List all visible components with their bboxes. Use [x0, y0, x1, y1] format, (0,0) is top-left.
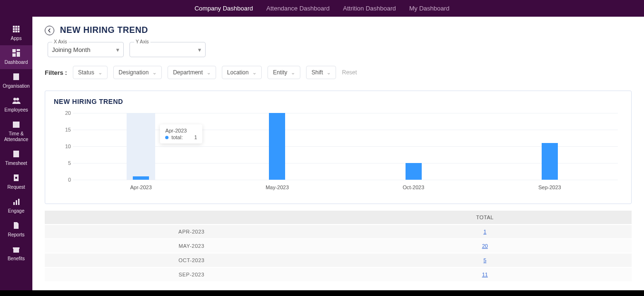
filter-designation[interactable]: Designation⌄: [113, 66, 162, 79]
svg-rect-11: [17, 52, 20, 57]
table-header-cell: TOTAL: [338, 211, 632, 224]
sidebar-item-request[interactable]: Request: [0, 170, 32, 194]
table-cell-category: SEP-2023: [45, 268, 338, 281]
filter-shift[interactable]: Shift⌄: [306, 66, 336, 79]
sidebar-item-apps[interactable]: Apps: [0, 21, 32, 45]
y-tick: 15: [59, 127, 71, 133]
svg-rect-5: [18, 28, 20, 30]
svg-point-15: [16, 98, 19, 101]
bar[interactable]: [406, 163, 422, 180]
sidebar-item-label: Timesheet: [5, 161, 27, 166]
filter-label: Designation: [119, 69, 149, 76]
legend-dot-icon: [165, 136, 168, 139]
sidebar-item-organisation[interactable]: Organisation: [0, 69, 32, 93]
filter-label: Department: [173, 69, 203, 76]
chevron-left-icon: [47, 28, 52, 33]
sidebar-item-employees[interactable]: Employees: [0, 93, 32, 117]
sidebar-item-label: Dashboard: [5, 60, 28, 65]
gridline: [73, 180, 618, 180]
org-icon: [11, 72, 21, 82]
sidebar-item-label: Apps: [11, 36, 22, 41]
top-tab-my-dashboard[interactable]: My Dashboard: [409, 5, 450, 12]
x-tick: Oct-2023: [403, 184, 424, 190]
bar-highlight: [127, 113, 155, 180]
table-cell-value: 5: [338, 254, 632, 267]
page-header: NEW HIRING TREND: [45, 25, 632, 35]
sidebar-item-label: Request: [7, 184, 25, 190]
table-row: SEP-202311: [45, 268, 632, 281]
chevron-down-icon: ⌄: [207, 70, 211, 76]
top-tabs: Company DashboardAttendance DashboardAtt…: [195, 5, 450, 12]
y-axis-label: Y Axis: [134, 39, 150, 44]
svg-rect-0: [13, 26, 15, 28]
top-tab-attendance-dashboard[interactable]: Attendance Dashboard: [267, 5, 330, 12]
y-tick: 0: [59, 177, 71, 183]
sidebar-item-label: Engage: [8, 208, 24, 214]
filter-entity[interactable]: Entity⌄: [268, 66, 300, 79]
table-header-row: TOTAL: [45, 211, 632, 224]
filters-row: Filters : Status⌄Designation⌄Department⌄…: [45, 66, 632, 79]
back-button[interactable]: [45, 26, 54, 35]
top-tab-company-dashboard[interactable]: Company Dashboard: [195, 5, 253, 12]
sidebar-item-timesheet[interactable]: Timesheet: [0, 146, 32, 170]
chevron-down-icon: ⌄: [291, 70, 295, 76]
sidebar-item-reports[interactable]: Reports: [0, 218, 32, 242]
y-tick: 20: [59, 110, 71, 116]
filter-label: Location: [227, 69, 248, 76]
svg-rect-22: [16, 200, 17, 205]
svg-rect-17: [13, 122, 20, 123]
table-row: MAY-202320: [45, 239, 632, 253]
reset-filters[interactable]: Reset: [342, 69, 357, 76]
table-cell-category: APR-2023: [45, 225, 338, 238]
y-tick: 5: [59, 160, 71, 166]
x-tick: Apr-2023: [130, 184, 151, 190]
svg-rect-3: [13, 28, 15, 30]
bar[interactable]: [133, 176, 149, 180]
calendar-icon: [11, 120, 21, 129]
table-cell-category: OCT-2023: [45, 254, 338, 267]
x-tick: Sep-2023: [538, 184, 561, 190]
chevron-down-icon: ⌄: [98, 70, 102, 76]
page-title: NEW HIRING TREND: [60, 25, 148, 35]
filter-label: Status: [78, 69, 94, 76]
bar[interactable]: [269, 113, 285, 180]
chart-tooltip: Apr-2023total:1: [160, 124, 202, 143]
table-value-link[interactable]: 5: [484, 257, 486, 263]
sidebar-item-engage[interactable]: Engage: [0, 194, 32, 218]
gift-icon: [11, 245, 21, 254]
table-cell-value: 1: [338, 225, 632, 238]
table-body: APR-20231MAY-202320OCT-20235SEP-202311: [45, 225, 632, 281]
sidebar-item-label: Employees: [4, 107, 28, 113]
table-value-link[interactable]: 20: [482, 243, 488, 249]
top-tab-attrition-dashboard[interactable]: Attrition Dashboard: [343, 5, 396, 12]
plot-area: 05101520Apr-2023May-2023Oct-2023Sep-2023…: [73, 113, 618, 180]
svg-rect-18: [13, 151, 19, 157]
sidebar-item-dashboard[interactable]: Dashboard: [0, 45, 32, 69]
y-axis-field: Y Axis ▾: [129, 42, 206, 57]
dashboard-icon: [11, 48, 21, 58]
sidebar-item-time-attendance[interactable]: Time & Attendance: [0, 117, 32, 146]
x-tick: May-2023: [266, 184, 289, 190]
chevron-down-icon: ⌄: [152, 70, 157, 76]
table-value-link[interactable]: 1: [484, 229, 486, 235]
chevron-down-icon: ▾: [198, 46, 201, 53]
svg-rect-23: [18, 199, 20, 205]
svg-rect-20: [15, 177, 17, 179]
svg-rect-10: [17, 49, 20, 51]
svg-rect-24: [13, 248, 19, 253]
svg-rect-13: [13, 73, 19, 80]
data-table: TOTAL APR-20231MAY-202320OCT-20235SEP-20…: [45, 210, 632, 282]
page-icon: [11, 221, 21, 230]
svg-rect-12: [12, 53, 16, 57]
table-value-link[interactable]: 11: [482, 272, 488, 277]
filter-department[interactable]: Department⌄: [168, 66, 216, 79]
filter-label: Shift: [311, 69, 323, 76]
chevron-down-icon: ⌄: [252, 70, 257, 76]
bar[interactable]: [542, 143, 558, 180]
sidebar: AppsDashboardOrganisationEmployeesTime &…: [0, 17, 32, 290]
filter-status[interactable]: Status⌄: [73, 66, 108, 79]
sidebar-item-benefits[interactable]: Benefits: [0, 242, 32, 265]
axis-controls: X Axis Joining Month ▾ Y Axis ▾: [48, 42, 632, 57]
filter-location[interactable]: Location⌄: [222, 66, 262, 79]
x-axis-field: X Axis Joining Month ▾: [48, 42, 124, 57]
